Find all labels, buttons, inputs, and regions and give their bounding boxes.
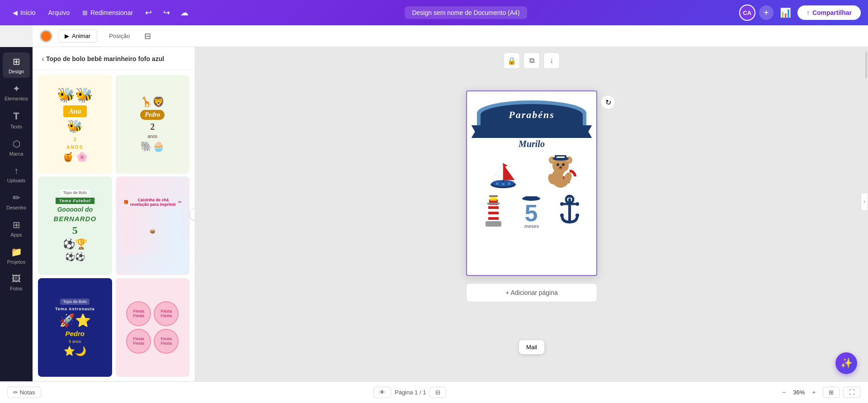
marca-icon: ⬡ bbox=[13, 138, 20, 149]
svg-point-15 bbox=[557, 163, 559, 166]
texto-icon: T bbox=[13, 110, 19, 122]
elementos-icon: ✦ bbox=[13, 83, 20, 94]
template-panel: ‹ Topo de bolo bebê marinheiro fofo azul… bbox=[33, 47, 195, 381]
template-card-pinkcirc[interactable]: FiestaFiesta FiestaFiesta FiestaFiesta F… bbox=[116, 278, 190, 377]
design-icon: ⊞ bbox=[13, 56, 20, 67]
layout-button[interactable]: ⊟ bbox=[142, 28, 154, 44]
undo-button[interactable]: ↩ bbox=[140, 5, 156, 21]
analytics-button[interactable]: 📊 bbox=[777, 5, 794, 21]
show-pages-button[interactable]: ⊟ bbox=[429, 387, 446, 398]
topbar-left: ◀ Início Arquivo ⊞ Redimensionar ↩ ↪ ☁ bbox=[7, 5, 193, 21]
magic-assistant-button[interactable]: ✨ bbox=[835, 352, 857, 374]
sidebar-item-design[interactable]: ⊞ Design bbox=[3, 52, 30, 78]
show-button[interactable]: 👁 bbox=[373, 387, 391, 398]
bottombar-left: ✏ Notas bbox=[7, 387, 41, 398]
sidebar-item-elementos[interactable]: ✦ Elementos bbox=[3, 80, 30, 105]
teddy-bear-illustration bbox=[545, 153, 576, 189]
right-expand-button[interactable]: › bbox=[861, 193, 868, 211]
position-button[interactable]: Posição bbox=[103, 30, 136, 42]
resize-icon: ⊞ bbox=[82, 9, 88, 16]
add-page-button[interactable]: + Adicionar página bbox=[466, 283, 597, 302]
svg-rect-32 bbox=[487, 203, 500, 204]
export-icon: ↓ bbox=[550, 57, 553, 65]
mail-label: Mail bbox=[526, 344, 537, 351]
template-card-astro[interactable]: Topo de Bolo Tema Astronauta 🚀⭐ Pedro 5 … bbox=[38, 278, 112, 377]
apps-icon: ⊞ bbox=[13, 219, 20, 230]
canvas-toolbar: 🔒 ⧉ ↓ bbox=[504, 52, 560, 69]
scroll-indicator bbox=[865, 52, 867, 79]
lock-button[interactable]: 🔒 bbox=[504, 52, 520, 69]
share-button[interactable]: ↑ Compartilhar bbox=[797, 5, 861, 20]
magic-icon: ✨ bbox=[840, 357, 853, 369]
svg-point-44 bbox=[560, 202, 564, 206]
panel-title-area: Topo de bolo bebê marinheiro fofo azul bbox=[46, 55, 188, 63]
icon-nav: ⊞ Design ✦ Elementos T Texto ⬡ Marca ↑ U… bbox=[0, 47, 33, 381]
grid-view-button[interactable]: ⊞ bbox=[823, 387, 840, 398]
bottombar-center: 👁 Página 1 / 1 ⊟ bbox=[373, 387, 446, 398]
layout-icon: ⊟ bbox=[144, 32, 151, 41]
sailboat-illustration bbox=[487, 160, 519, 189]
sidebar-item-fotos[interactable]: 🖼 Fotos bbox=[3, 270, 30, 295]
anchor-illustration bbox=[557, 193, 582, 229]
show-icon: 👁 bbox=[379, 389, 385, 396]
zoom-level: 36% bbox=[793, 389, 805, 396]
meses-text: meses bbox=[524, 223, 539, 229]
lighthouse-illustration bbox=[481, 193, 506, 229]
canvas-area: 🔒 ⧉ ↓ Parabé bbox=[195, 47, 868, 381]
projetos-icon: 📁 bbox=[11, 247, 22, 257]
back-button[interactable]: ‹ bbox=[40, 52, 46, 66]
svg-marker-3 bbox=[492, 164, 503, 180]
cloud-icon: ☁ bbox=[180, 8, 189, 18]
color-picker-button[interactable] bbox=[40, 30, 52, 43]
zoom-in-button[interactable]: + bbox=[808, 387, 819, 398]
copy-button[interactable]: ⧉ bbox=[524, 52, 540, 69]
file-button[interactable]: Arquivo bbox=[42, 6, 75, 19]
resize-button[interactable]: ⊞ Redimensionar bbox=[77, 6, 138, 19]
svg-point-6 bbox=[496, 182, 499, 185]
svg-rect-30 bbox=[486, 221, 501, 227]
add-collaborator-button[interactable]: + bbox=[759, 5, 774, 20]
animate-button[interactable]: ▶ Animar bbox=[58, 29, 97, 43]
sidebar-item-desenho[interactable]: ✏ Desenho bbox=[3, 189, 30, 214]
panel-title: Topo de bolo bebê marinheiro fofo azul bbox=[46, 55, 164, 63]
document-title[interactable]: Design sem nome de Documento (A4) bbox=[405, 6, 527, 19]
svg-rect-21 bbox=[557, 156, 565, 158]
template-card-bernardo[interactable]: Topo de Bolo Tema Futebol Goooool do BER… bbox=[38, 176, 112, 275]
user-avatar[interactable]: CA bbox=[739, 5, 755, 21]
refresh-button[interactable]: ↻ bbox=[601, 95, 615, 109]
svg-point-45 bbox=[576, 202, 579, 206]
design-canvas[interactable]: Parabéns Murilo bbox=[466, 90, 597, 276]
sidebar-item-texto[interactable]: T Texto bbox=[3, 107, 30, 133]
desenho-icon: ✏ bbox=[13, 192, 20, 203]
notes-button[interactable]: ✏ Notas bbox=[7, 387, 41, 398]
name-text: Murilo bbox=[474, 139, 589, 149]
sidebar-item-apps[interactable]: ⊞ Apps bbox=[3, 216, 30, 241]
export-button[interactable]: ↓ bbox=[543, 52, 560, 69]
right-expand-icon: › bbox=[863, 199, 865, 204]
nautical-bottom-row: 5 meses bbox=[474, 193, 589, 229]
template-card-pedro[interactable]: 🦒🦁 Pedro 2 anos 🐘🧁 bbox=[116, 75, 190, 174]
redo-icon: ↪ bbox=[163, 8, 170, 18]
show-pages-icon: ⊟ bbox=[435, 389, 440, 396]
svg-marker-5 bbox=[503, 163, 508, 168]
mail-toast: Mail bbox=[519, 340, 544, 354]
fullscreen-button[interactable]: ⛶ bbox=[843, 387, 861, 398]
zoom-out-button[interactable]: − bbox=[779, 387, 790, 398]
notes-icon: ✏ bbox=[13, 389, 18, 396]
topbar-center: Design sem nome de Documento (A4) bbox=[196, 6, 736, 19]
sidebar-item-projetos[interactable]: 📁 Projetos bbox=[3, 243, 30, 268]
parabens-section: Parabéns Murilo bbox=[474, 100, 589, 149]
template-card-cha[interactable]: 🎁 Caixinha de chárevelação para imprimir… bbox=[116, 176, 190, 275]
number5-illustration: 5 bbox=[519, 194, 544, 223]
page-info: Página 1 / 1 bbox=[395, 389, 426, 396]
cloud-save-button[interactable]: ☁ bbox=[176, 5, 193, 21]
sidebar-item-uploads[interactable]: ↑ Uploads bbox=[3, 162, 30, 187]
refresh-icon: ↻ bbox=[605, 98, 611, 107]
svg-point-7 bbox=[502, 183, 505, 185]
template-card-bee[interactable]: 🐝🐝 Ana 🐝 2 ANOS 🍯 🌸 bbox=[38, 75, 112, 174]
sidebar-item-marca[interactable]: ⬡ Marca bbox=[3, 135, 30, 160]
fullscreen-icon: ⛶ bbox=[849, 389, 855, 396]
svg-point-16 bbox=[562, 163, 565, 166]
redo-button[interactable]: ↪ bbox=[158, 5, 175, 21]
home-button[interactable]: ◀ Início bbox=[7, 6, 41, 19]
